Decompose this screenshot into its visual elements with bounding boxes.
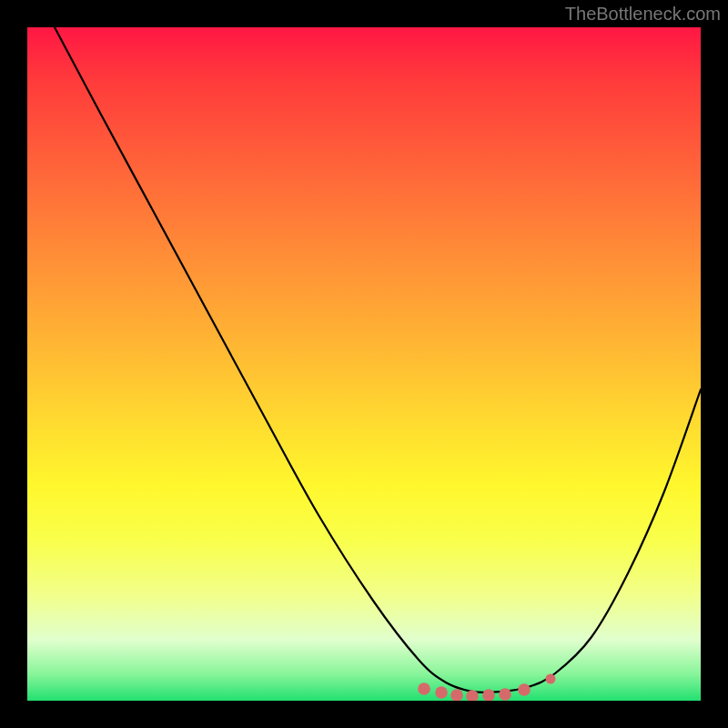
marker-dot [499,688,511,701]
marker-dot [482,689,495,701]
marker-dot [518,683,531,696]
marker-dot [546,674,556,684]
chart-svg [27,27,701,701]
bottleneck-curve [55,27,701,693]
marker-dot [418,682,430,695]
chart-area [27,27,701,701]
attribution-text: TheBottleneck.com [565,4,721,25]
marker-dot [435,686,448,699]
marker-dot [450,689,463,701]
